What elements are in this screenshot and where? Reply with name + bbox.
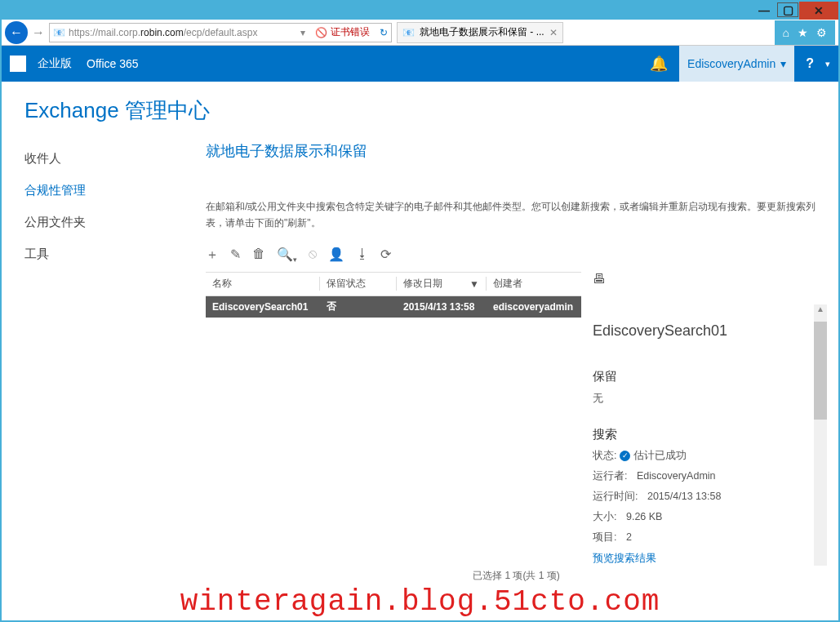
- settings-gear-icon[interactable]: ⚙: [816, 26, 827, 39]
- back-button[interactable]: ←: [5, 21, 28, 44]
- minimize-button[interactable]: —: [752, 2, 776, 20]
- search-table: 名称 保留状态 修改日期 ▼ 创建者 EdiscoverySearch01 否 …: [206, 272, 581, 566]
- chevron-down-icon: ▾: [780, 57, 786, 70]
- hold-heading: 保留: [593, 369, 816, 384]
- edit-icon[interactable]: ✎: [230, 247, 241, 264]
- dropdown-icon[interactable]: ▾: [300, 27, 305, 38]
- selection-status: 已选择 1 项(共 1 项): [206, 566, 827, 586]
- stop-icon: ⦸: [309, 247, 317, 264]
- user-menu[interactable]: EdiscoveryAdmin▾: [679, 46, 794, 82]
- left-nav: 收件人 合规性管理 公用文件夹 工具: [2, 136, 157, 620]
- status-success-icon: ✓: [620, 451, 630, 461]
- nav-tools[interactable]: 工具: [24, 238, 157, 270]
- browser-tab[interactable]: 📧 就地电子数据展示和保留 - ... ✕: [397, 22, 563, 43]
- col-creator[interactable]: 创建者: [487, 277, 581, 291]
- favorites-icon[interactable]: ★: [798, 26, 808, 39]
- cert-error-icon: 🚫: [315, 27, 327, 38]
- tab-close-icon[interactable]: ✕: [549, 27, 558, 38]
- app-launcher-icon[interactable]: [10, 56, 26, 72]
- cell-modified: 2015/4/13 13:58: [397, 301, 487, 313]
- product-label: Office 365: [87, 57, 139, 70]
- edition-label: 企业版: [38, 56, 72, 71]
- refresh-icon[interactable]: ⟳: [380, 247, 391, 264]
- download-icon[interactable]: ⭳: [356, 247, 369, 264]
- col-name[interactable]: 名称: [206, 277, 320, 291]
- home-icon[interactable]: ⌂: [783, 26, 789, 39]
- sort-desc-icon: ▼: [469, 278, 479, 290]
- close-button[interactable]: ✕: [799, 2, 838, 20]
- url-text: https://mail.corp.robin.com/ecp/default.…: [69, 27, 297, 38]
- preview-results-link[interactable]: 预览搜索结果: [593, 551, 816, 566]
- help-text: 在邮箱和/或公用文件夹中搜索包含特定关键字的电子邮件和其他邮件类型。您可以创建新…: [206, 198, 827, 232]
- col-modified[interactable]: 修改日期 ▼: [397, 277, 487, 291]
- refresh-icon[interactable]: ↻: [380, 27, 388, 38]
- cert-error-badge[interactable]: 🚫 证书错误: [309, 25, 376, 39]
- cell-name: EdiscoverySearch01: [206, 301, 320, 313]
- forward-button[interactable]: →: [29, 24, 47, 42]
- search-icon[interactable]: 🔍▾: [277, 247, 297, 264]
- nav-compliance[interactable]: 合规性管理: [24, 175, 157, 207]
- col-hold[interactable]: 保留状态: [320, 277, 397, 291]
- size-line: 大小: 9.26 KB: [593, 510, 816, 524]
- browser-nav-bar: ← → 📧 https://mail.corp.robin.com/ecp/de…: [2, 20, 838, 46]
- address-bar[interactable]: 📧 https://mail.corp.robin.com/ecp/defaul…: [49, 23, 392, 42]
- nav-recipients[interactable]: 收件人: [24, 143, 157, 175]
- section-title: 就地电子数据展示和保留: [206, 141, 827, 161]
- items-line: 项目: 2: [593, 531, 816, 544]
- ie-tools: ⌂ ★ ⚙: [775, 20, 835, 45]
- nav-public-folders[interactable]: 公用文件夹: [24, 207, 157, 238]
- scrollbar[interactable]: ▲: [814, 304, 827, 566]
- print-icon[interactable]: 🖶: [593, 272, 606, 286]
- scrollbar-thumb[interactable]: [814, 322, 827, 420]
- add-icon[interactable]: ＋: [206, 247, 219, 264]
- tab-title: 就地电子数据展示和保留 - ...: [420, 25, 544, 39]
- person-icon: 👤: [328, 247, 344, 264]
- tab-favicon: 📧: [402, 27, 415, 38]
- search-heading: 搜索: [593, 427, 816, 442]
- hold-value: 无: [593, 391, 816, 406]
- runtime-line: 运行时间: 2015/4/13 13:58: [593, 490, 816, 504]
- notifications-icon[interactable]: 🔔: [650, 55, 668, 73]
- cell-creator: ediscoveryadmin: [487, 301, 581, 313]
- o365-header: 企业版 Office 365 🔔 EdiscoveryAdmin▾ ? ▾: [2, 46, 838, 82]
- site-icon: 📧: [53, 27, 65, 38]
- details-title: EdiscoverySearch01: [593, 322, 816, 340]
- toolbar: ＋ ✎ 🗑 🔍▾ ⦸ 👤 ⭳ ⟳: [206, 243, 827, 272]
- status-line: 状态: ✓ 估计已成功: [593, 449, 816, 463]
- maximize-button[interactable]: ▢: [777, 2, 798, 17]
- runner-line: 运行者: EdiscoveryAdmin: [593, 469, 816, 483]
- cell-hold: 否: [320, 300, 397, 313]
- details-pane: 🖶 EdiscoverySearch01 保留 无 搜索 状态: ✓ 估计已成功…: [581, 272, 827, 566]
- page-title: Exchange 管理中心: [2, 82, 838, 136]
- table-row[interactable]: EdiscoverySearch01 否 2015/4/13 13:58 edi…: [206, 296, 581, 318]
- help-icon[interactable]: ?: [806, 56, 814, 71]
- delete-icon[interactable]: 🗑: [252, 247, 265, 264]
- window-titlebar: — ▢ ✕: [2, 2, 838, 20]
- chevron-down-icon[interactable]: ▾: [825, 59, 830, 69]
